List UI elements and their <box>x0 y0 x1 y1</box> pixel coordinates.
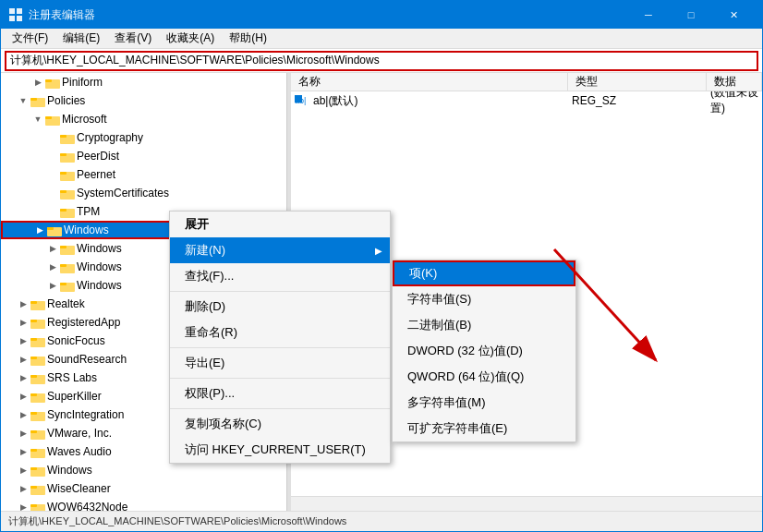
tree-item-wow6432node[interactable]: ▶ WOW6432Node <box>1 498 286 511</box>
svg-rect-37 <box>30 375 37 378</box>
svg-rect-17 <box>60 190 67 193</box>
menu-view[interactable]: 查看(V) <box>107 29 159 48</box>
tree-item-wisecleaner[interactable]: ▶ WiseCleaner <box>1 479 286 498</box>
svg-rect-39 <box>30 393 37 396</box>
expander-wavesaudio: ▶ <box>16 447 30 456</box>
ctx-permissions[interactable]: 权限(P)... <box>170 381 390 406</box>
ctx-rename[interactable]: 重命名(R) <box>170 320 390 345</box>
svg-rect-3 <box>17 16 22 21</box>
svg-rect-35 <box>30 357 37 359</box>
folder-icon-vmware <box>30 426 45 441</box>
folder-icon-windows-bottom <box>30 463 45 478</box>
svg-rect-27 <box>60 283 67 285</box>
sub-item-multistring[interactable]: 多字符串值(M) <box>393 390 575 416</box>
svg-rect-1 <box>17 8 22 14</box>
menu-help[interactable]: 帮助(H) <box>222 29 274 48</box>
ctx-new[interactable]: 新建(N) 项(K) 字符串值(S) 二进制值(B) DWORD (32 位)值… <box>170 237 390 263</box>
tree-item-peernet[interactable]: Peernet <box>1 165 286 184</box>
maximize-button[interactable]: □ <box>670 1 712 29</box>
tree-label-policies: Policies <box>47 94 85 107</box>
svg-rect-31 <box>30 320 37 322</box>
expander-wisecleaner: ▶ <box>16 484 30 493</box>
address-input[interactable] <box>5 51 758 71</box>
minimize-button[interactable]: ─ <box>627 1 670 29</box>
ctx-find[interactable]: 查找(F)... <box>170 263 390 289</box>
menu-file[interactable]: 文件(F) <box>5 29 55 48</box>
status-text: 计算机\HKEY_LOCAL_MACHINE\SOFTWARE\Policies… <box>8 514 346 528</box>
expander-windows-3: ▶ <box>45 262 60 272</box>
tree-item-windows-bottom[interactable]: ▶ Windows <box>1 461 286 479</box>
svg-rect-25 <box>60 264 67 267</box>
tree-label-microsoft: Microsoft <box>62 113 107 126</box>
title-bar: 注册表编辑器 ─ □ ✕ <box>1 1 762 29</box>
ctx-divider-1 <box>170 291 390 292</box>
header-name: 名称 <box>291 73 568 91</box>
submenu-new: 项(K) 字符串值(S) 二进制值(B) DWORD (32 位)值(D) QW… <box>392 260 576 442</box>
tree-label-peernet: Peernet <box>77 168 115 181</box>
svg-rect-5 <box>45 79 52 82</box>
folder-icon-srslabs <box>30 370 45 385</box>
tree-label-realtek: Realtek <box>47 297 85 310</box>
folder-icon-windows-3 <box>60 260 75 274</box>
sub-item-expandstring[interactable]: 可扩充字符串值(E) <box>393 416 575 441</box>
ctx-copy-name[interactable]: 复制项名称(C) <box>170 411 390 437</box>
tree-label-windows-selected: Windows <box>64 224 109 236</box>
tree-label-windows-bottom: Windows <box>47 464 92 477</box>
svg-rect-23 <box>60 246 67 248</box>
ctx-expand[interactable]: 展开 <box>170 212 390 237</box>
tree-label-wavesaudio: Waves Audio <box>47 445 112 458</box>
sub-item-dword[interactable]: DWORD (32 位)值(D) <box>393 338 575 364</box>
tree-item-systemcerts[interactable]: SystemCertificates <box>1 184 286 202</box>
expander-srslabs: ▶ <box>16 373 30 382</box>
tree-item-microsoft[interactable]: ▼ Microsoft <box>1 110 286 128</box>
horizontal-scrollbar[interactable] <box>291 496 762 511</box>
tree-label-syncintegration: SyncIntegration <box>47 408 124 421</box>
tree-item-piniform[interactable]: ▶ Piniform <box>1 73 286 91</box>
svg-rect-41 <box>30 412 37 415</box>
status-bar: 计算机\HKEY_LOCAL_MACHINE\SOFTWARE\Policies… <box>1 511 762 531</box>
svg-rect-49 <box>30 486 37 489</box>
tree-label-windows-2: Windows <box>77 242 122 255</box>
expander-wow6432node: ▶ <box>16 502 30 511</box>
svg-rect-15 <box>60 172 67 175</box>
folder-icon-windows-selected <box>47 223 62 237</box>
tree-label-systemcerts: SystemCertificates <box>77 187 169 200</box>
sub-item-binary[interactable]: 二进制值(B) <box>393 312 575 338</box>
tree-item-peerdist[interactable]: PeerDist <box>1 147 286 165</box>
expander-piniform: ▶ <box>30 78 45 87</box>
folder-icon-syncintegration <box>30 407 45 422</box>
sub-item-key[interactable]: 项(K) <box>393 260 575 286</box>
tree-label-tpm: TPM <box>77 205 100 218</box>
reg-row-default[interactable]: ab| ab|(默认) REG_SZ (数值未设置) <box>291 91 762 110</box>
ctx-export[interactable]: 导出(E) <box>170 350 390 376</box>
ctx-access-hkcu[interactable]: 访问 HKEY_CURRENT_USER(T) <box>170 437 390 463</box>
column-headers: 名称 类型 数据 <box>291 73 762 91</box>
tree-label-piniform: Piniform <box>62 76 103 89</box>
close-button[interactable]: ✕ <box>712 1 755 29</box>
tree-label-vmware: VMware, Inc. <box>47 427 112 440</box>
folder-icon-superkiller <box>30 389 45 404</box>
tree-label-peerdist: PeerDist <box>77 150 119 163</box>
reg-value-type: REG_SZ <box>572 94 710 107</box>
ctx-divider-4 <box>170 408 390 409</box>
sub-item-string[interactable]: 字符串值(S) <box>393 286 575 312</box>
svg-rect-33 <box>30 338 37 341</box>
sub-item-qword[interactable]: QWORD (64 位)值(Q) <box>393 364 575 390</box>
svg-rect-43 <box>30 430 37 433</box>
ctx-divider-3 <box>170 378 390 379</box>
menu-favorites[interactable]: 收藏夹(A) <box>159 29 222 48</box>
expander-realtek: ▶ <box>16 299 30 308</box>
tree-item-cryptography[interactable]: Cryptography <box>1 128 286 147</box>
folder-icon-policies <box>30 93 45 108</box>
ctx-delete[interactable]: 删除(D) <box>170 294 390 320</box>
tree-item-policies[interactable]: ▼ Policies <box>1 91 286 110</box>
menu-edit[interactable]: 编辑(E) <box>55 29 107 48</box>
tree-label-superkiller: SuperKiller <box>47 390 102 403</box>
folder-icon-tpm <box>60 204 75 219</box>
svg-rect-29 <box>30 301 37 304</box>
folder-icon-soundresearch <box>30 352 45 367</box>
svg-text:ab|: ab| <box>295 96 306 105</box>
folder-icon-piniform <box>45 75 60 90</box>
folder-icon-registeredapp <box>30 315 45 330</box>
window-title: 注册表编辑器 <box>29 7 627 23</box>
